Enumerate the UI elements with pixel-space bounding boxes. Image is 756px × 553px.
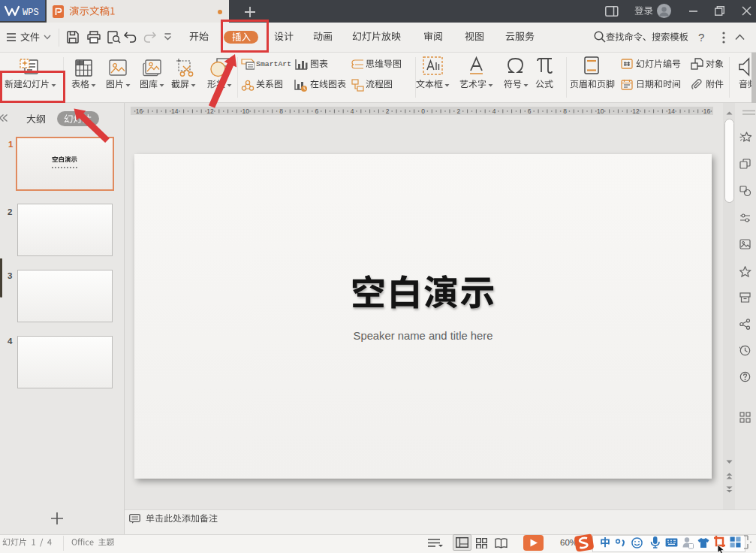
- svg-text:16: 16: [136, 107, 143, 115]
- svg-text:6: 6: [528, 107, 532, 115]
- svg-text:8: 8: [563, 107, 567, 115]
- svg-text:16: 16: [703, 107, 711, 115]
- svg-text:WPS: WPS: [23, 8, 39, 17]
- svg-text:2: 2: [386, 107, 390, 115]
- svg-text:2: 2: [456, 107, 460, 115]
- svg-text:14: 14: [667, 107, 675, 115]
- svg-text:0: 0: [421, 107, 425, 115]
- svg-text:14: 14: [171, 107, 179, 115]
- svg-text:4: 4: [351, 107, 354, 115]
- svg-text:8: 8: [279, 107, 283, 115]
- svg-text:10: 10: [597, 107, 604, 115]
- svg-text:4: 4: [492, 107, 496, 115]
- svg-text:6: 6: [315, 107, 318, 115]
- svg-text:12: 12: [632, 107, 640, 115]
